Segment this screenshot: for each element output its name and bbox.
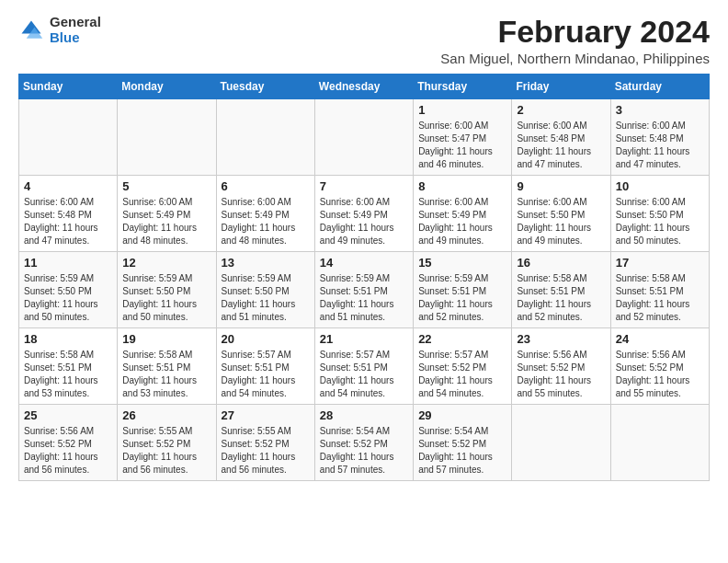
page-title: February 2024 <box>440 15 710 49</box>
cell-daylight-info: Sunrise: 5:59 AM Sunset: 5:51 PM Dayligh… <box>320 272 408 324</box>
calendar-body: 1Sunrise: 6:00 AM Sunset: 5:47 PM Daylig… <box>19 99 710 481</box>
weekday-header: Tuesday <box>216 75 314 99</box>
cell-day-number: 3 <box>616 103 704 117</box>
cell-day-number: 12 <box>122 256 210 270</box>
calendar-cell: 27Sunrise: 5:55 AM Sunset: 5:52 PM Dayli… <box>216 405 314 481</box>
cell-daylight-info: Sunrise: 5:55 AM Sunset: 5:52 PM Dayligh… <box>222 425 310 477</box>
cell-day-number: 20 <box>222 332 310 346</box>
cell-daylight-info: Sunrise: 5:56 AM Sunset: 5:52 PM Dayligh… <box>616 349 704 400</box>
cell-daylight-info: Sunrise: 5:59 AM Sunset: 5:50 PM Dayligh… <box>122 272 210 324</box>
calendar-week-row: 18Sunrise: 5:58 AM Sunset: 5:51 PM Dayli… <box>19 328 710 405</box>
cell-day-number: 5 <box>122 179 210 193</box>
calendar-cell: 6Sunrise: 6:00 AM Sunset: 5:49 PM Daylig… <box>216 176 314 252</box>
calendar-cell: 20Sunrise: 5:57 AM Sunset: 5:51 PM Dayli… <box>216 328 314 405</box>
weekday-header: Friday <box>512 75 610 99</box>
cell-daylight-info: Sunrise: 6:00 AM Sunset: 5:47 PM Dayligh… <box>418 120 506 171</box>
calendar-cell: 7Sunrise: 6:00 AM Sunset: 5:49 PM Daylig… <box>314 176 413 252</box>
cell-daylight-info: Sunrise: 5:56 AM Sunset: 5:52 PM Dayligh… <box>24 425 112 477</box>
cell-daylight-info: Sunrise: 6:00 AM Sunset: 5:50 PM Dayligh… <box>517 196 605 247</box>
calendar-cell: 22Sunrise: 5:57 AM Sunset: 5:52 PM Dayli… <box>414 328 512 405</box>
calendar-cell: 3Sunrise: 6:00 AM Sunset: 5:48 PM Daylig… <box>610 99 709 176</box>
cell-day-number: 6 <box>222 179 310 193</box>
calendar-cell: 21Sunrise: 5:57 AM Sunset: 5:51 PM Dayli… <box>314 328 413 405</box>
logo-general: General <box>50 15 101 30</box>
calendar-week-row: 1Sunrise: 6:00 AM Sunset: 5:47 PM Daylig… <box>19 99 710 176</box>
calendar-cell: 15Sunrise: 5:59 AM Sunset: 5:51 PM Dayli… <box>414 252 512 328</box>
logo-blue: Blue <box>50 30 101 46</box>
calendar-cell: 28Sunrise: 5:54 AM Sunset: 5:52 PM Dayli… <box>314 405 413 481</box>
calendar-cell: 4Sunrise: 6:00 AM Sunset: 5:48 PM Daylig… <box>19 176 118 252</box>
cell-day-number: 9 <box>517 179 605 193</box>
cell-day-number: 28 <box>320 408 408 422</box>
cell-daylight-info: Sunrise: 5:59 AM Sunset: 5:51 PM Dayligh… <box>418 272 506 324</box>
cell-day-number: 23 <box>517 332 605 346</box>
calendar-cell: 18Sunrise: 5:58 AM Sunset: 5:51 PM Dayli… <box>19 328 118 405</box>
calendar-cell <box>216 99 314 176</box>
cell-daylight-info: Sunrise: 5:58 AM Sunset: 5:51 PM Dayligh… <box>24 349 112 400</box>
calendar-cell: 5Sunrise: 6:00 AM Sunset: 5:49 PM Daylig… <box>118 176 216 252</box>
calendar-cell: 14Sunrise: 5:59 AM Sunset: 5:51 PM Dayli… <box>314 252 413 328</box>
cell-daylight-info: Sunrise: 5:57 AM Sunset: 5:51 PM Dayligh… <box>320 349 408 400</box>
cell-daylight-info: Sunrise: 5:54 AM Sunset: 5:52 PM Dayligh… <box>320 425 408 477</box>
cell-day-number: 4 <box>24 179 112 193</box>
calendar-cell: 23Sunrise: 5:56 AM Sunset: 5:52 PM Dayli… <box>512 328 610 405</box>
cell-daylight-info: Sunrise: 5:58 AM Sunset: 5:51 PM Dayligh… <box>122 349 210 400</box>
calendar-cell: 16Sunrise: 5:58 AM Sunset: 5:51 PM Dayli… <box>512 252 610 328</box>
cell-day-number: 16 <box>517 256 605 270</box>
weekday-header: Monday <box>118 75 216 99</box>
page-subtitle: San Miguel, Northern Mindanao, Philippin… <box>440 51 710 66</box>
cell-day-number: 18 <box>24 332 112 346</box>
calendar-cell <box>19 99 118 176</box>
header-row: SundayMondayTuesdayWednesdayThursdayFrid… <box>19 75 710 99</box>
calendar-cell: 12Sunrise: 5:59 AM Sunset: 5:50 PM Dayli… <box>118 252 216 328</box>
calendar-cell: 17Sunrise: 5:58 AM Sunset: 5:51 PM Dayli… <box>610 252 709 328</box>
calendar-cell: 10Sunrise: 6:00 AM Sunset: 5:50 PM Dayli… <box>610 176 709 252</box>
calendar-week-row: 4Sunrise: 6:00 AM Sunset: 5:48 PM Daylig… <box>19 176 710 252</box>
cell-day-number: 17 <box>616 256 704 270</box>
logo-text: General Blue <box>50 15 101 45</box>
cell-daylight-info: Sunrise: 6:00 AM Sunset: 5:49 PM Dayligh… <box>320 196 408 247</box>
cell-day-number: 26 <box>122 408 210 422</box>
calendar-cell: 19Sunrise: 5:58 AM Sunset: 5:51 PM Dayli… <box>118 328 216 405</box>
cell-daylight-info: Sunrise: 6:00 AM Sunset: 5:48 PM Dayligh… <box>24 196 112 247</box>
cell-day-number: 29 <box>418 408 506 422</box>
cell-daylight-info: Sunrise: 5:58 AM Sunset: 5:51 PM Dayligh… <box>517 272 605 324</box>
logo-icon <box>18 17 44 43</box>
calendar-header: SundayMondayTuesdayWednesdayThursdayFrid… <box>19 75 710 99</box>
cell-daylight-info: Sunrise: 6:00 AM Sunset: 5:49 PM Dayligh… <box>122 196 210 247</box>
cell-day-number: 8 <box>418 179 506 193</box>
cell-daylight-info: Sunrise: 6:00 AM Sunset: 5:48 PM Dayligh… <box>517 120 605 171</box>
cell-day-number: 1 <box>418 103 506 117</box>
cell-daylight-info: Sunrise: 6:00 AM Sunset: 5:49 PM Dayligh… <box>222 196 310 247</box>
header: General Blue February 2024 San Miguel, N… <box>18 15 710 66</box>
calendar-cell: 11Sunrise: 5:59 AM Sunset: 5:50 PM Dayli… <box>19 252 118 328</box>
calendar-cell: 8Sunrise: 6:00 AM Sunset: 5:49 PM Daylig… <box>414 176 512 252</box>
cell-day-number: 27 <box>222 408 310 422</box>
calendar-cell <box>118 99 216 176</box>
cell-daylight-info: Sunrise: 5:57 AM Sunset: 5:51 PM Dayligh… <box>222 349 310 400</box>
cell-day-number: 14 <box>320 256 408 270</box>
cell-day-number: 10 <box>616 179 704 193</box>
cell-daylight-info: Sunrise: 5:59 AM Sunset: 5:50 PM Dayligh… <box>24 272 112 324</box>
weekday-header: Saturday <box>610 75 709 99</box>
cell-daylight-info: Sunrise: 5:54 AM Sunset: 5:52 PM Dayligh… <box>418 425 506 477</box>
cell-daylight-info: Sunrise: 6:00 AM Sunset: 5:48 PM Dayligh… <box>616 120 704 171</box>
calendar-cell <box>610 405 709 481</box>
weekday-header: Thursday <box>414 75 512 99</box>
calendar-cell: 13Sunrise: 5:59 AM Sunset: 5:50 PM Dayli… <box>216 252 314 328</box>
calendar-week-row: 25Sunrise: 5:56 AM Sunset: 5:52 PM Dayli… <box>19 405 710 481</box>
cell-day-number: 19 <box>122 332 210 346</box>
logo: General Blue <box>18 15 101 45</box>
cell-day-number: 15 <box>418 256 506 270</box>
cell-daylight-info: Sunrise: 6:00 AM Sunset: 5:50 PM Dayligh… <box>616 196 704 247</box>
weekday-header: Wednesday <box>314 75 413 99</box>
cell-day-number: 24 <box>616 332 704 346</box>
calendar-cell: 24Sunrise: 5:56 AM Sunset: 5:52 PM Dayli… <box>610 328 709 405</box>
cell-daylight-info: Sunrise: 5:55 AM Sunset: 5:52 PM Dayligh… <box>122 425 210 477</box>
calendar-cell: 29Sunrise: 5:54 AM Sunset: 5:52 PM Dayli… <box>414 405 512 481</box>
calendar-cell: 1Sunrise: 6:00 AM Sunset: 5:47 PM Daylig… <box>414 99 512 176</box>
cell-daylight-info: Sunrise: 5:59 AM Sunset: 5:50 PM Dayligh… <box>222 272 310 324</box>
calendar-week-row: 11Sunrise: 5:59 AM Sunset: 5:50 PM Dayli… <box>19 252 710 328</box>
calendar-cell: 9Sunrise: 6:00 AM Sunset: 5:50 PM Daylig… <box>512 176 610 252</box>
calendar-cell: 26Sunrise: 5:55 AM Sunset: 5:52 PM Dayli… <box>118 405 216 481</box>
